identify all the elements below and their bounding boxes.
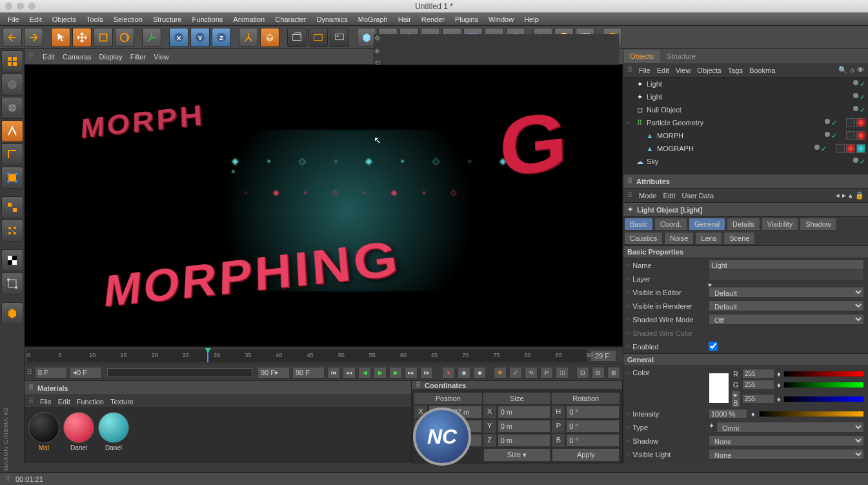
viewport-edit-menu[interactable]: Edit: [43, 53, 55, 61]
x-axis-button[interactable]: X: [169, 28, 188, 47]
menu-help[interactable]: Help: [519, 14, 544, 25]
move-tool[interactable]: [72, 28, 92, 47]
color-swatch[interactable]: [709, 373, 729, 404]
key-pla-button[interactable]: ◫: [556, 367, 569, 378]
menu-render[interactable]: Render: [416, 14, 450, 25]
range-slider[interactable]: [107, 368, 252, 377]
tag-icon[interactable]: [856, 118, 865, 127]
objects-tab[interactable]: Objects: [623, 50, 660, 63]
coord-value[interactable]: 0 m: [498, 434, 551, 447]
object-name[interactable]: Particle Geometry: [647, 119, 822, 127]
key-pos-button[interactable]: ✥: [494, 367, 507, 378]
render-active-button[interactable]: [308, 28, 328, 47]
attr-tab-caustics[interactable]: Caustics: [624, 232, 663, 245]
coord-system-button[interactable]: [239, 28, 258, 47]
size-mode-button[interactable]: Size ▾: [483, 448, 551, 462]
object-tree[interactable]: ✦Light✓✦Light✓⊡Null Object✓−⠿Particle Ge…: [623, 77, 868, 174]
render-check[interactable]: ✓: [831, 132, 837, 140]
enable-axis-button[interactable]: [1, 196, 23, 218]
tag-icon[interactable]: [836, 144, 845, 153]
edge-mode-button[interactable]: [1, 143, 23, 165]
menu-character[interactable]: Character: [270, 14, 311, 25]
prev-frame-button[interactable]: ◀: [358, 367, 371, 378]
record-button[interactable]: ●: [442, 367, 455, 378]
shaded-wire-mode-select[interactable]: Off: [709, 314, 864, 325]
menu-window[interactable]: Window: [483, 14, 519, 25]
goto-end-button[interactable]: ⏭: [420, 367, 433, 378]
tag-icon[interactable]: [846, 144, 855, 153]
goto-start-button[interactable]: ⏮: [327, 367, 340, 378]
visibility-dot[interactable]: [853, 93, 858, 98]
z-axis-button[interactable]: Z: [212, 28, 231, 47]
layer-field[interactable]: [709, 269, 864, 280]
visibility-dot[interactable]: [825, 119, 830, 124]
object-row[interactable]: ⊡Null Object✓: [623, 103, 868, 116]
materials-function-menu[interactable]: Function: [77, 398, 104, 406]
start-frame-field[interactable]: 0 F: [35, 367, 67, 378]
color-g-field[interactable]: [742, 380, 774, 389]
make-editable-button[interactable]: [1, 302, 23, 324]
coord-value[interactable]: 0 m: [498, 406, 551, 418]
visible-editor-select[interactable]: Default: [709, 287, 864, 298]
timeline[interactable]: 051015202529354045505560657075808590 29 …: [25, 347, 623, 364]
render-settings-button[interactable]: [330, 28, 349, 47]
render-check[interactable]: ✓: [860, 158, 865, 166]
visibility-dot[interactable]: [853, 158, 858, 163]
structure-tab[interactable]: Structure: [660, 50, 702, 63]
object-name[interactable]: Null Object: [647, 106, 851, 114]
objects-bookmarks-menu[interactable]: Bookma: [749, 67, 775, 74]
object-row[interactable]: ✦Light✓: [623, 77, 868, 90]
next-frame-button[interactable]: ▶: [389, 367, 402, 378]
object-mode-button[interactable]: [1, 74, 23, 96]
render-check[interactable]: ✓: [831, 119, 837, 127]
enabled-checkbox[interactable]: [709, 342, 718, 351]
viewport-zoom-icon[interactable]: ◈: [374, 46, 619, 55]
rotate-tool[interactable]: [115, 28, 134, 47]
object-name[interactable]: MORPH: [657, 132, 822, 139]
attr-userdata-menu[interactable]: User Data: [682, 192, 714, 200]
range-start-field[interactable]: ◂ 0 F: [70, 367, 102, 378]
tag-icon[interactable]: [856, 144, 865, 153]
anim-mode3-button[interactable]: ⊞: [607, 367, 620, 378]
render-check[interactable]: ✓: [821, 145, 827, 153]
model-mode-button[interactable]: [1, 50, 23, 72]
visibility-dot[interactable]: [853, 80, 858, 85]
object-row[interactable]: −⠿Particle Geometry✓: [623, 116, 868, 129]
attr-mode-menu[interactable]: Mode: [639, 192, 657, 200]
menu-mograph[interactable]: MoGraph: [353, 14, 393, 25]
menu-animation[interactable]: Animation: [228, 14, 270, 25]
select-tool[interactable]: [51, 28, 70, 47]
coord-value[interactable]: 0 °: [566, 406, 620, 418]
apply-button[interactable]: Apply: [552, 448, 620, 462]
object-name[interactable]: Light: [647, 93, 851, 101]
nav-fwd-icon[interactable]: ▸: [842, 191, 846, 200]
viewport-solo-button[interactable]: [1, 220, 23, 242]
object-row[interactable]: ☁Sky✓: [623, 155, 868, 168]
menu-objects[interactable]: Objects: [47, 14, 81, 25]
scale-tool[interactable]: [94, 28, 113, 47]
render-check[interactable]: ✓: [860, 106, 865, 114]
color-b-slider[interactable]: [783, 396, 864, 402]
current-frame-field[interactable]: 29 F: [590, 350, 616, 362]
render-check[interactable]: ✓: [860, 80, 865, 88]
coord-value[interactable]: 0 m: [498, 420, 551, 433]
cube-button[interactable]: [260, 28, 279, 47]
nav-back-icon[interactable]: ◂: [836, 191, 840, 200]
attr-tab-shadow[interactable]: Shadow: [800, 218, 837, 231]
eye-icon[interactable]: 👁: [857, 66, 864, 74]
render-check[interactable]: ✓: [860, 93, 865, 101]
color-b-field[interactable]: [742, 394, 774, 404]
menu-hair[interactable]: Hair: [393, 14, 416, 25]
tag-icon[interactable]: [846, 118, 855, 127]
attr-tab-lens[interactable]: Lens: [695, 232, 722, 245]
material-danel[interactable]: Danel: [98, 412, 129, 459]
autokey-button[interactable]: ◉: [458, 367, 470, 378]
timeline-ruler[interactable]: 051015202529354045505560657075808590: [27, 349, 587, 362]
attr-tab-basic[interactable]: Basic: [624, 218, 653, 231]
key-param-button[interactable]: P: [540, 367, 553, 378]
tag-icon[interactable]: [856, 131, 865, 140]
point-mode-button[interactable]: [1, 120, 23, 142]
materials-file-menu[interactable]: File: [40, 398, 52, 406]
attr-tab-scene[interactable]: Scene: [723, 232, 755, 245]
grip-icon[interactable]: ⠿: [27, 368, 32, 377]
